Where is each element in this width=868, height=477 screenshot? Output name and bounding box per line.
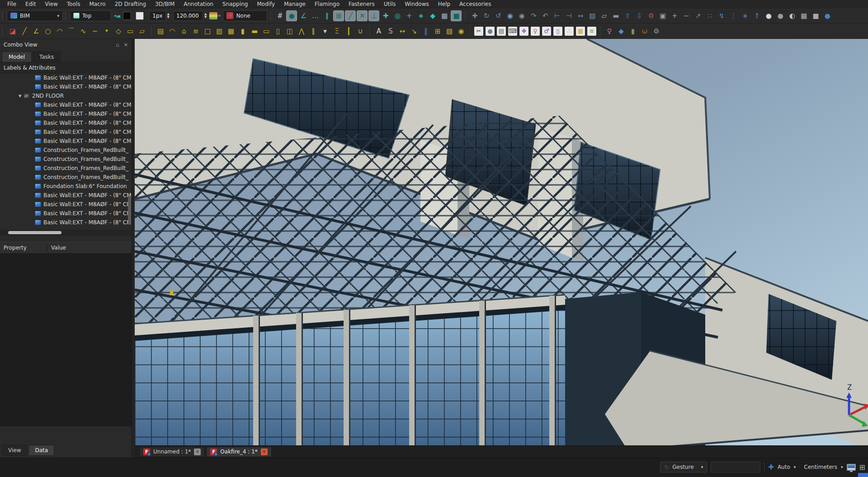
array-icon[interactable]: ∷ <box>704 10 715 21</box>
path-array-icon[interactable]: ↯ <box>716 10 727 21</box>
downgrade-icon[interactable]: ⇩ <box>634 10 645 21</box>
working-plane-view-icon[interactable]: ■ <box>451 10 462 21</box>
hatch-icon[interactable]: ▨ <box>444 26 455 37</box>
stretch-icon[interactable]: ↔ <box>575 10 586 21</box>
column-marks-icon[interactable]: ‖ <box>420 26 431 37</box>
north-arrow-icon[interactable]: ◉ <box>456 26 467 37</box>
document-tab[interactable]: F Oakfire_4 : 1* ✕ <box>206 447 271 457</box>
subelement-icon[interactable]: ◉ <box>516 10 527 21</box>
polar-array-icon[interactable]: ∗ <box>740 10 750 21</box>
curtain-wall-icon[interactable]: ▦ <box>226 26 236 37</box>
tree-item[interactable]: Construction_Frames_RedBuilt_ <box>0 173 132 182</box>
menu-item[interactable]: Tools <box>62 0 85 8</box>
tree-item[interactable]: Basic Wall:EXT - M8AØF - (8" CM <box>0 209 132 218</box>
point-array-icon[interactable]: ⋮ <box>728 10 739 21</box>
close-tab-button[interactable]: ✕ <box>194 449 201 455</box>
trimex-icon[interactable]: ↶ <box>540 10 551 21</box>
toolbar-drag-handle[interactable] <box>2 27 5 36</box>
shape-view-icon[interactable]: ● <box>486 27 495 36</box>
split-icon[interactable]: ⊣ <box>563 10 574 21</box>
tree-item[interactable]: Basic Wall:EXT - M8AØF - (8" CM <box>0 73 132 82</box>
facebinder-icon[interactable]: ▱ <box>137 26 147 37</box>
stairs-icon[interactable]: Ξ <box>331 26 342 37</box>
tree-item[interactable]: Basic Wall:EXT - M8AØF - (8" CM <box>0 82 132 91</box>
menu-item[interactable]: Manage <box>279 0 310 8</box>
view-preset-selector[interactable]: Top <box>70 10 111 21</box>
menu-item[interactable]: File <box>3 0 21 8</box>
3d-viewport[interactable]: Z X Y <box>135 39 868 445</box>
menu-item[interactable]: View <box>40 0 62 8</box>
person-pink-icon[interactable]: ♀ <box>531 27 540 36</box>
grid-icon[interactable]: ⊞ <box>432 26 443 37</box>
bom-list-icon[interactable]: ≡ <box>587 27 596 36</box>
document-tab[interactable]: F Unnamed : 1* ✕ <box>139 447 205 457</box>
point-icon[interactable]: • <box>101 26 112 37</box>
menu-item[interactable]: Flamingo <box>310 0 344 8</box>
tree-item[interactable]: Basic Wall:EXT - M8AØF - (8" CM <box>0 191 132 200</box>
property-table-body[interactable] <box>0 254 132 426</box>
menu-item[interactable]: Fasteners <box>344 0 379 8</box>
tree-item[interactable]: Basic Wall:EXT - M8AØF - (8" CM <box>0 137 132 146</box>
snap-grid-icon[interactable]: ⊞ <box>333 10 344 21</box>
gear-icon[interactable]: ⚙ <box>651 26 662 37</box>
tree-item[interactable]: Construction_Frames_RedBuilt_ <box>0 146 132 155</box>
extract-icon[interactable]: ↗ <box>693 10 703 21</box>
rotate-icon[interactable]: ↻ <box>481 10 492 21</box>
join-icon[interactable]: ⊢ <box>552 10 562 21</box>
autogroup-icon[interactable] <box>209 12 217 19</box>
label-icon[interactable]: ↘ <box>409 26 420 37</box>
shoes-icon[interactable]: ω <box>639 26 650 37</box>
tree-horizontal-scrollbar[interactable] <box>0 230 132 236</box>
grid-toggle-icon[interactable]: # <box>274 10 285 21</box>
expander-arrow-icon[interactable]: ▼ <box>16 94 24 98</box>
window-icon[interactable]: ◫ <box>284 26 295 37</box>
polyline-icon[interactable]: ∠ <box>31 26 42 37</box>
close-tab-button[interactable]: ✕ <box>261 449 268 455</box>
tree-item[interactable]: Basic Wall:EXT - M8AØF - (8" CM <box>0 128 132 137</box>
force-selector-label[interactable]: Auto <box>778 464 790 470</box>
line-icon[interactable]: ╱ <box>19 26 30 37</box>
scale-icon[interactable]: ▨ <box>587 10 598 21</box>
snap-midpoint-icon[interactable]: … <box>310 10 321 21</box>
line-width-spinbox[interactable]: 1px <box>149 11 165 21</box>
text-size-spinbox[interactable]: 120.000 <box>173 11 203 21</box>
arc-icon[interactable]: ◠ <box>54 26 65 37</box>
sphere-light-icon[interactable]: ● <box>763 10 774 21</box>
project-icon[interactable]: ▤ <box>155 26 166 37</box>
person-purple-icon[interactable]: ♂ <box>542 27 551 36</box>
circle-icon[interactable]: ○ <box>42 26 53 37</box>
edit-icon[interactable]: ◉ <box>505 10 515 21</box>
menu-item[interactable]: 3D/BIM <box>151 0 179 8</box>
combo-view-tab[interactable]: Tasks <box>33 52 61 62</box>
tree-item[interactable]: Construction_Frames_RedBuilt_ <box>0 164 132 173</box>
snap-ortho-icon[interactable]: ✚ <box>380 10 391 21</box>
rebar-icon[interactable]: ∪ <box>355 26 366 37</box>
line-color-swatch[interactable] <box>123 12 131 20</box>
gear-red-icon[interactable]: ⚙ <box>646 10 656 21</box>
autogroup-selector[interactable]: None <box>223 10 267 21</box>
sphere-shaded-icon[interactable]: ● <box>775 10 786 21</box>
trim-icon[interactable]: ↷ <box>528 10 539 21</box>
menu-item[interactable]: Annotation <box>179 0 218 8</box>
snap-angle-icon[interactable]: + <box>404 10 415 21</box>
union-icon[interactable]: + <box>669 10 680 21</box>
menu-item[interactable]: Windows <box>400 0 434 8</box>
tree-item[interactable]: ▼ 2ND FLOOR <box>0 91 132 100</box>
snap-dimensions-icon[interactable]: ∗ <box>415 10 426 21</box>
upgrade-icon[interactable]: ⇧ <box>622 10 633 21</box>
axis-icon[interactable]: ∥ <box>308 26 319 37</box>
panel-icon[interactable]: ▤ <box>497 27 506 36</box>
chevron-down-icon[interactable]: ▾ <box>794 465 796 469</box>
line-width-steppers[interactable]: ▲ ▼ <box>167 13 170 19</box>
combo-view-tab[interactable]: Model <box>2 52 32 62</box>
toggle-displaymode-icon[interactable]: ◪ <box>7 26 18 37</box>
ifc-person-icon[interactable]: ♀ <box>604 26 615 37</box>
snap-center-icon[interactable]: ◎ <box>392 10 403 21</box>
wireframe-box-icon[interactable]: ▦ <box>798 10 809 21</box>
wall-icon[interactable]: ▥ <box>214 26 225 37</box>
snap-parallel-icon[interactable]: ∥ <box>321 10 332 21</box>
roof-icon[interactable]: ⋀ <box>296 26 307 37</box>
keyboard-icon[interactable]: ⌨ <box>508 27 517 36</box>
tree-item[interactable]: Basic Wall:EXT - M8AØF - (8" CM <box>0 218 132 227</box>
door-icon[interactable]: ▯ <box>273 26 283 37</box>
